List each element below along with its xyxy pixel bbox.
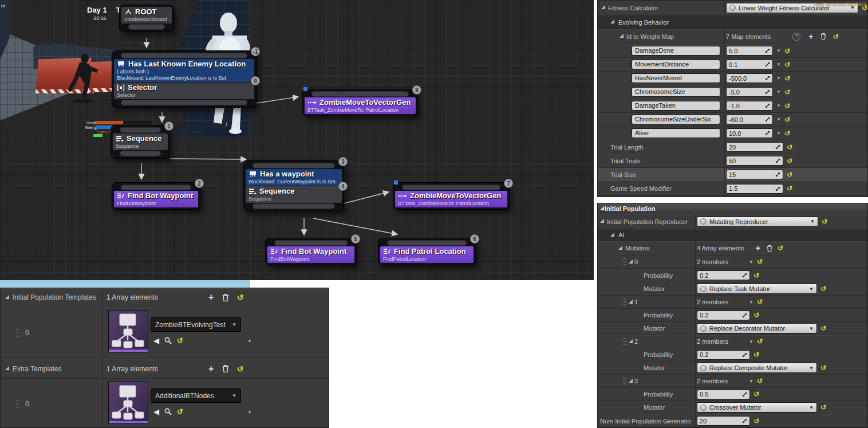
chevron-down-icon[interactable]: ▼ (749, 300, 753, 305)
chevron-down-icon[interactable]: ▼ (776, 131, 781, 136)
map-value-field[interactable]: 0.1 (726, 60, 773, 69)
trial-size-field[interactable]: 15 (726, 170, 783, 179)
reset-icon[interactable]: ↺ (787, 158, 792, 164)
chevron-down-icon[interactable]: ▼ (749, 379, 753, 384)
input-pin[interactable] (387, 240, 467, 246)
help-icon[interactable]: ? (792, 33, 800, 41)
expander-arrow[interactable] (601, 5, 605, 9)
map-value-field[interactable]: -500.0 (726, 73, 773, 83)
reset-icon[interactable]: ↺ (820, 364, 826, 371)
probability-field[interactable]: 0.5 (697, 390, 750, 399)
probability-field[interactable]: 0.2 (697, 270, 750, 280)
reset-icon[interactable]: ↺ (784, 103, 790, 109)
reset-icon[interactable]: ↺ (787, 144, 792, 151)
expander-arrow[interactable] (629, 300, 633, 304)
expander-arrow[interactable] (600, 219, 604, 223)
chevron-down-icon[interactable]: ▼ (776, 103, 781, 108)
input-pin[interactable] (274, 240, 348, 246)
expander-arrow[interactable] (629, 260, 633, 264)
trash-icon[interactable] (222, 293, 230, 302)
mutator-dropdown[interactable]: Replace Task Mutator▼ (697, 284, 817, 294)
bt-node-selector[interactable]: -1 0 Has Last Known Enemy Location ( abo… (112, 50, 257, 108)
chevron-down-icon[interactable]: ▼ (776, 76, 781, 81)
map-key-field[interactable]: DamageTaken (632, 101, 720, 111)
reset-icon[interactable]: ↺ (753, 351, 759, 358)
expander-arrow[interactable] (620, 34, 624, 38)
drag-handle[interactable] (15, 328, 19, 338)
output-pin[interactable] (121, 100, 247, 105)
chevron-down-icon[interactable]: ▼ (776, 89, 781, 95)
reset-icon[interactable]: ↺ (753, 312, 759, 319)
drag-handle[interactable] (15, 399, 19, 409)
browse-to-asset-icon[interactable] (164, 337, 172, 344)
template-asset-dropdown[interactable]: ZombieBTEvolvingTest▼ (151, 317, 241, 332)
input-pin[interactable] (121, 184, 191, 190)
bt-node-sequence[interactable]: 1 Sequence Sequence (111, 125, 170, 159)
input-pin[interactable] (120, 127, 161, 133)
reset-icon[interactable]: ↺ (778, 245, 783, 252)
behavior-tree-thumbnail[interactable] (108, 310, 148, 352)
reset-icon[interactable]: ↺ (787, 185, 792, 192)
bt-node-move-to-vector-top[interactable]: 8 ZombieMoveToVectorGen BTTask_ZombieMov… (302, 89, 418, 116)
add-element-icon[interactable]: + (808, 33, 813, 41)
expander-arrow[interactable] (610, 233, 614, 237)
reset-icon[interactable]: ↺ (177, 409, 183, 415)
output-pin[interactable] (120, 151, 161, 156)
reset-icon[interactable]: ↺ (820, 325, 826, 332)
reset-icon[interactable]: ↺ (833, 33, 838, 40)
reset-icon[interactable]: ↺ (236, 294, 243, 301)
behavior-tree-thumbnail[interactable] (108, 382, 148, 424)
map-key-field[interactable]: DamageDone (632, 46, 720, 56)
use-selected-asset-icon[interactable]: ◀ (153, 337, 159, 344)
reset-icon[interactable]: ↺ (753, 418, 759, 425)
probability-field[interactable]: 0.2 (697, 311, 750, 320)
probability-field[interactable]: 0.2 (697, 350, 750, 360)
expander-arrow[interactable] (629, 339, 633, 343)
bt-node-root[interactable]: ROOT ZombieBlackboard (119, 5, 174, 32)
chevron-down-icon[interactable]: ▼ (749, 339, 753, 344)
mutator-dropdown[interactable]: Replace Decorator Mutator▼ (697, 323, 817, 333)
reset-icon[interactable]: ↺ (784, 61, 790, 68)
reproducer-dropdown[interactable]: Mutating Reproducer▼ (697, 217, 818, 227)
chevron-down-icon[interactable]: ▼ (749, 260, 753, 265)
expander-arrow[interactable] (5, 366, 9, 370)
map-value-field[interactable]: 5.0 (726, 46, 773, 56)
chevron-down-icon[interactable]: ▼ (776, 117, 781, 122)
map-value-field[interactable]: -60.0 (726, 115, 773, 124)
num-generations-field[interactable]: 20 (697, 416, 750, 426)
mutator-dropdown[interactable]: Crossover Mutator▼ (697, 402, 817, 413)
reset-icon[interactable]: ↺ (784, 116, 790, 123)
map-key-field[interactable]: ChromosomeSizeUnderSix (632, 115, 720, 124)
mutator-dropdown[interactable]: Replace Composite Mutator▼ (697, 363, 817, 373)
map-key-field[interactable]: MovementDistance (632, 60, 720, 69)
trial-length-field[interactable]: 20 (726, 142, 783, 152)
reset-icon[interactable]: ↺ (784, 75, 790, 82)
reset-icon[interactable]: ↺ (784, 89, 790, 96)
output-pin[interactable] (252, 203, 335, 209)
expander-arrow[interactable] (629, 379, 633, 383)
reset-icon[interactable]: ↺ (236, 366, 243, 372)
expander-arrow[interactable] (618, 246, 622, 250)
reset-icon[interactable]: ↺ (177, 337, 183, 344)
trash-icon[interactable] (222, 364, 230, 373)
reset-icon[interactable]: ↺ (757, 299, 763, 305)
reset-icon[interactable]: ↺ (822, 218, 827, 225)
bt-node-has-waypoint[interactable]: 3 4 Has a waypoint Blackboard: CurrentWa… (243, 160, 344, 211)
chevron-down-icon[interactable]: ▼ (776, 62, 781, 67)
bt-node-find-patrol-location[interactable]: 6 Find Patrol Location FindPatrolLocatio… (378, 238, 476, 265)
chevron-down-icon[interactable]: ▼ (247, 410, 252, 415)
bt-node-move-to-vector-right[interactable]: 7 ZombieMoveToVectorGen BTTask_ZombieMov… (393, 182, 510, 210)
map-key-field[interactable]: HasNeverMoved (632, 73, 720, 83)
reset-icon[interactable]: ↺ (784, 48, 790, 54)
reset-icon[interactable]: ↺ (820, 285, 826, 292)
input-pin[interactable] (402, 184, 500, 190)
input-pin[interactable] (311, 91, 409, 97)
map-key-field[interactable]: Alive (632, 128, 720, 138)
add-element-icon[interactable]: + (208, 293, 214, 301)
map-key-field[interactable]: ChromosomeSize (632, 87, 720, 97)
use-selected-asset-icon[interactable]: ◀ (153, 408, 159, 415)
map-value-field[interactable]: -5.0 (726, 87, 773, 97)
expander-arrow[interactable] (610, 19, 614, 23)
reset-icon[interactable]: ↺ (753, 391, 759, 398)
add-element-icon[interactable]: + (756, 244, 760, 252)
